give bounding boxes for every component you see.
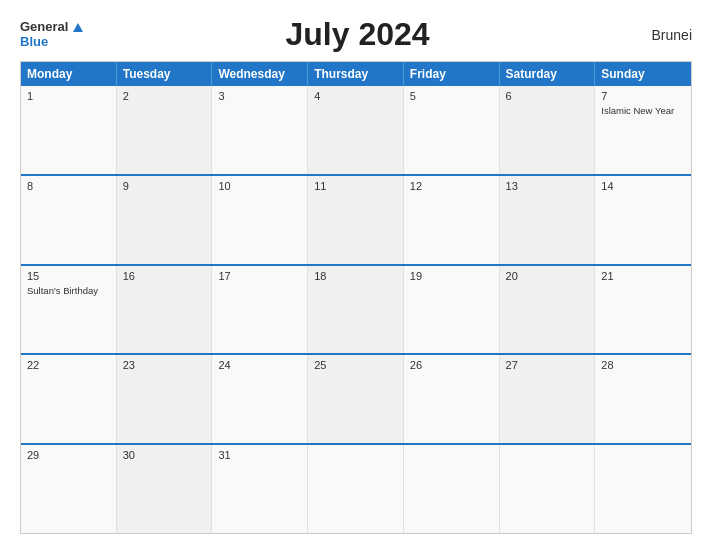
day-cell: 30 bbox=[117, 445, 213, 533]
week-row-1: 1234567Islamic New Year bbox=[21, 86, 691, 174]
day-cell bbox=[404, 445, 500, 533]
day-cell: 11 bbox=[308, 176, 404, 264]
day-number: 9 bbox=[123, 180, 206, 192]
day-cell bbox=[500, 445, 596, 533]
page-title: July 2024 bbox=[83, 16, 632, 53]
day-cell: 16 bbox=[117, 266, 213, 354]
day-number: 3 bbox=[218, 90, 301, 102]
logo-blue-text: Blue bbox=[20, 35, 48, 49]
day-cell: 22 bbox=[21, 355, 117, 443]
day-number: 17 bbox=[218, 270, 301, 282]
day-number: 28 bbox=[601, 359, 685, 371]
day-number: 16 bbox=[123, 270, 206, 282]
day-cell: 13 bbox=[500, 176, 596, 264]
day-cell: 18 bbox=[308, 266, 404, 354]
day-cell: 10 bbox=[212, 176, 308, 264]
day-cell: 26 bbox=[404, 355, 500, 443]
day-number: 19 bbox=[410, 270, 493, 282]
day-number: 5 bbox=[410, 90, 493, 102]
day-number: 15 bbox=[27, 270, 110, 282]
week-row-3: 15Sultan's Birthday161718192021 bbox=[21, 264, 691, 354]
day-number: 8 bbox=[27, 180, 110, 192]
day-number: 29 bbox=[27, 449, 110, 461]
day-header-thursday: Thursday bbox=[308, 62, 404, 86]
day-number: 27 bbox=[506, 359, 589, 371]
day-cell: 15Sultan's Birthday bbox=[21, 266, 117, 354]
week-row-4: 22232425262728 bbox=[21, 353, 691, 443]
day-cell: 7Islamic New Year bbox=[595, 86, 691, 174]
country-label: Brunei bbox=[632, 27, 692, 43]
day-cell: 31 bbox=[212, 445, 308, 533]
day-number: 30 bbox=[123, 449, 206, 461]
day-cell: 23 bbox=[117, 355, 213, 443]
day-number: 10 bbox=[218, 180, 301, 192]
day-number: 6 bbox=[506, 90, 589, 102]
day-number: 11 bbox=[314, 180, 397, 192]
day-cell: 8 bbox=[21, 176, 117, 264]
day-header-wednesday: Wednesday bbox=[212, 62, 308, 86]
day-cell: 5 bbox=[404, 86, 500, 174]
day-cell bbox=[308, 445, 404, 533]
day-header-friday: Friday bbox=[404, 62, 500, 86]
day-cell: 29 bbox=[21, 445, 117, 533]
day-number: 13 bbox=[506, 180, 589, 192]
calendar-grid: MondayTuesdayWednesdayThursdayFridaySatu… bbox=[20, 61, 692, 534]
holiday-label: Sultan's Birthday bbox=[27, 285, 98, 296]
logo-general: General bbox=[20, 20, 83, 34]
day-header-tuesday: Tuesday bbox=[117, 62, 213, 86]
day-header-sunday: Sunday bbox=[595, 62, 691, 86]
header: General Blue July 2024 Brunei bbox=[20, 16, 692, 53]
day-cell: 6 bbox=[500, 86, 596, 174]
day-number: 21 bbox=[601, 270, 685, 282]
week-row-2: 891011121314 bbox=[21, 174, 691, 264]
day-number: 31 bbox=[218, 449, 301, 461]
day-cell: 17 bbox=[212, 266, 308, 354]
day-header-saturday: Saturday bbox=[500, 62, 596, 86]
day-number: 20 bbox=[506, 270, 589, 282]
day-number: 25 bbox=[314, 359, 397, 371]
day-cell: 28 bbox=[595, 355, 691, 443]
day-number: 2 bbox=[123, 90, 206, 102]
day-headers-row: MondayTuesdayWednesdayThursdayFridaySatu… bbox=[21, 62, 691, 86]
day-cell: 20 bbox=[500, 266, 596, 354]
day-number: 1 bbox=[27, 90, 110, 102]
day-cell: 21 bbox=[595, 266, 691, 354]
day-cell: 12 bbox=[404, 176, 500, 264]
day-number: 4 bbox=[314, 90, 397, 102]
day-cell: 4 bbox=[308, 86, 404, 174]
day-cell: 19 bbox=[404, 266, 500, 354]
day-cell: 1 bbox=[21, 86, 117, 174]
day-cell bbox=[595, 445, 691, 533]
day-cell: 3 bbox=[212, 86, 308, 174]
day-number: 14 bbox=[601, 180, 685, 192]
week-row-5: 293031 bbox=[21, 443, 691, 533]
logo: General Blue bbox=[20, 20, 83, 49]
day-number: 12 bbox=[410, 180, 493, 192]
day-cell: 14 bbox=[595, 176, 691, 264]
day-cell: 2 bbox=[117, 86, 213, 174]
day-cell: 24 bbox=[212, 355, 308, 443]
day-number: 7 bbox=[601, 90, 685, 102]
day-cell: 27 bbox=[500, 355, 596, 443]
day-cell: 25 bbox=[308, 355, 404, 443]
day-number: 26 bbox=[410, 359, 493, 371]
day-number: 23 bbox=[123, 359, 206, 371]
day-number: 24 bbox=[218, 359, 301, 371]
holiday-label: Islamic New Year bbox=[601, 105, 674, 116]
day-cell: 9 bbox=[117, 176, 213, 264]
weeks-container: 1234567Islamic New Year89101112131415Sul… bbox=[21, 86, 691, 533]
day-number: 22 bbox=[27, 359, 110, 371]
logo-triangle bbox=[73, 23, 83, 32]
day-header-monday: Monday bbox=[21, 62, 117, 86]
calendar-page: General Blue July 2024 Brunei MondayTues… bbox=[0, 0, 712, 550]
day-number: 18 bbox=[314, 270, 397, 282]
